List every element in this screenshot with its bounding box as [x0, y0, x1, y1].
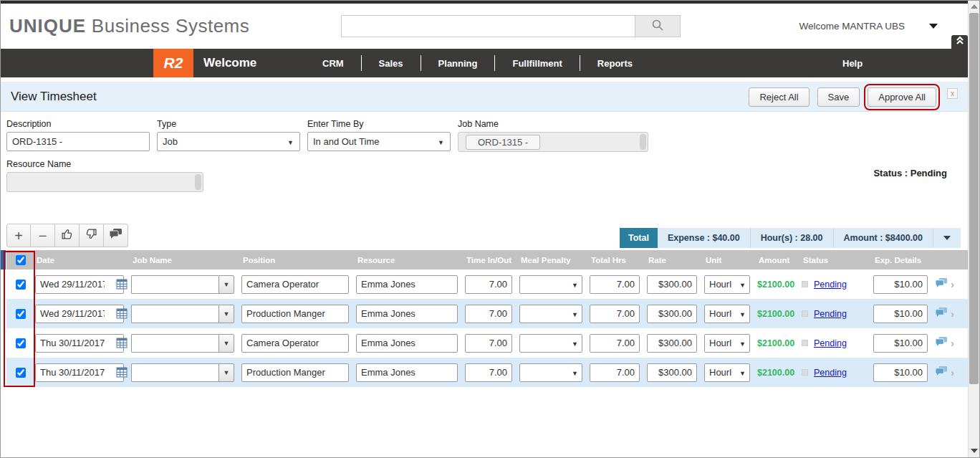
calendar-icon[interactable]: [116, 367, 128, 381]
resource-field[interactable]: [356, 305, 458, 323]
unit-select[interactable]: Hourl▼: [704, 334, 750, 353]
scrollbar-thumb[interactable]: [969, 13, 979, 384]
row-checkbox[interactable]: [16, 280, 26, 290]
position-field[interactable]: [241, 305, 349, 323]
comments-button[interactable]: [104, 224, 128, 247]
date-field[interactable]: [35, 305, 124, 323]
type-select[interactable]: Job ▼: [157, 132, 300, 151]
unit-select[interactable]: Hourl▼: [704, 275, 750, 294]
r2-brand-badge[interactable]: R2: [153, 49, 193, 77]
status-pending-link[interactable]: Pending: [814, 338, 847, 348]
totals-collapse-button[interactable]: [933, 228, 961, 248]
scroll-down-arrow-icon[interactable]: [971, 449, 978, 453]
total-hrs-field[interactable]: [590, 275, 640, 294]
combo-arrow-icon[interactable]: ▼: [218, 363, 234, 382]
scroll-up-arrow-icon[interactable]: [971, 4, 978, 9]
add-row-button[interactable]: +: [6, 224, 31, 247]
date-field[interactable]: [35, 363, 124, 382]
row-comment-icon[interactable]: [935, 277, 948, 292]
enter-time-by-value: In and Out Time: [313, 136, 380, 147]
meal-penalty-select[interactable]: ▼: [519, 275, 582, 294]
status-pending-link[interactable]: Pending: [814, 309, 847, 319]
meal-penalty-select[interactable]: ▼: [519, 363, 582, 382]
combo-arrow-icon[interactable]: ▼: [218, 305, 234, 323]
search-button[interactable]: [635, 15, 681, 37]
date-field[interactable]: [35, 334, 124, 353]
row-expand-chevron[interactable]: ›: [951, 337, 954, 349]
vertical-scrollbar[interactable]: [968, 1, 979, 457]
position-field[interactable]: [241, 363, 349, 382]
nav-item-reports[interactable]: Reports: [580, 58, 650, 69]
unit-select[interactable]: Hourl▼: [704, 305, 750, 323]
job-name-combobox[interactable]: ▼: [131, 334, 234, 353]
time-in-out-field[interactable]: [465, 275, 512, 294]
combo-arrow-icon[interactable]: ▼: [218, 275, 234, 294]
time-in-out-field[interactable]: [465, 305, 512, 323]
exp-details-field[interactable]: [873, 305, 928, 323]
row-comment-icon[interactable]: [935, 336, 948, 350]
save-button[interactable]: Save: [817, 87, 860, 107]
search-input[interactable]: [341, 15, 635, 37]
time-in-out-field[interactable]: [465, 363, 512, 382]
nav-item-welcome[interactable]: Welcome: [203, 56, 256, 70]
total-hrs-field[interactable]: [590, 363, 640, 382]
col-header-unit: Unit: [704, 256, 757, 264]
row-comment-icon[interactable]: [935, 366, 948, 380]
resource-field[interactable]: [356, 275, 458, 294]
status-indicator-square: [802, 340, 808, 346]
meal-penalty-select[interactable]: ▼: [519, 305, 582, 323]
row-checkbox[interactable]: [16, 309, 26, 319]
search-icon: [651, 19, 664, 34]
row-expand-chevron[interactable]: ›: [951, 307, 954, 320]
total-hrs-field[interactable]: [590, 305, 640, 323]
reject-selected-button[interactable]: [80, 224, 104, 247]
nav-item-planning[interactable]: Planning: [421, 58, 495, 69]
calendar-icon[interactable]: [116, 308, 128, 322]
exp-details-field[interactable]: [873, 334, 928, 353]
nav-item-help[interactable]: Help: [842, 58, 863, 69]
calendar-icon[interactable]: [116, 279, 128, 292]
row-checkbox[interactable]: [16, 368, 26, 378]
rate-field[interactable]: [647, 275, 697, 294]
total-hrs-field[interactable]: [590, 334, 640, 353]
combo-arrow-icon[interactable]: ▼: [218, 334, 234, 353]
position-field[interactable]: [241, 275, 349, 294]
row-checkbox[interactable]: [16, 338, 26, 348]
row-comment-icon[interactable]: [935, 307, 948, 321]
nav-item-fulfillment[interactable]: Fullfillment: [495, 58, 579, 69]
header-left-strip: [1, 250, 6, 269]
reject-all-button[interactable]: Reject All: [749, 87, 809, 107]
user-menu[interactable]: Welcome MANTRA UBS: [799, 21, 938, 32]
rate-field[interactable]: [647, 363, 697, 382]
nav-item-sales[interactable]: Sales: [362, 58, 421, 69]
row-expand-chevron[interactable]: ›: [951, 366, 954, 378]
date-field[interactable]: [35, 275, 124, 294]
time-in-out-field[interactable]: [465, 334, 512, 353]
resource-field[interactable]: [356, 334, 458, 353]
nav-item-crm[interactable]: CRM: [305, 58, 361, 69]
collapse-panel-tab[interactable]: [951, 35, 968, 49]
select-all-checkbox[interactable]: [16, 255, 26, 265]
job-name-combobox[interactable]: ▼: [131, 363, 234, 382]
approve-selected-button[interactable]: [55, 224, 80, 247]
calendar-icon[interactable]: [116, 338, 128, 351]
row-expand-chevron[interactable]: ›: [951, 278, 954, 290]
user-menu-caret-icon[interactable]: [929, 24, 938, 29]
resource-field[interactable]: [356, 363, 458, 382]
exp-details-field[interactable]: [873, 275, 928, 294]
unit-select[interactable]: Hourl▼: [704, 363, 750, 382]
status-pending-link[interactable]: Pending: [814, 368, 847, 378]
enter-time-by-select[interactable]: In and Out Time ▼: [307, 132, 451, 151]
rate-field[interactable]: [647, 334, 697, 353]
close-icon[interactable]: x: [947, 88, 958, 99]
position-field[interactable]: [241, 334, 349, 353]
job-name-combobox[interactable]: ▼: [131, 305, 234, 323]
exp-details-field[interactable]: [873, 363, 928, 382]
remove-row-button[interactable]: −: [31, 224, 55, 247]
meal-penalty-select[interactable]: ▼: [519, 334, 582, 353]
description-field[interactable]: [6, 132, 150, 151]
status-pending-link[interactable]: Pending: [814, 280, 847, 290]
rate-field[interactable]: [647, 305, 697, 323]
job-name-combobox[interactable]: ▼: [131, 275, 234, 294]
approve-all-button[interactable]: Approve All: [868, 87, 936, 107]
